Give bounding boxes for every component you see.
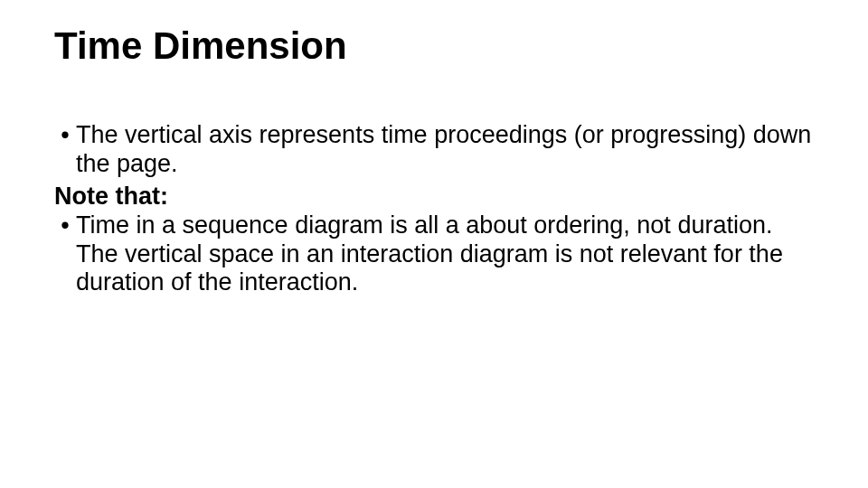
bullet-item: • The vertical axis represents time proc… <box>54 121 814 179</box>
bullet-text: Time in a sequence diagram is all a abou… <box>76 211 814 298</box>
slide-title: Time Dimension <box>54 25 814 67</box>
note-label: Note that: <box>54 183 814 211</box>
slide-body: • The vertical axis represents time proc… <box>54 121 814 297</box>
bullet-icon: • <box>54 211 76 240</box>
bullet-icon: • <box>54 121 76 150</box>
bullet-item: • Time in a sequence diagram is all a ab… <box>54 211 814 298</box>
bullet-text: The vertical axis represents time procee… <box>76 121 814 179</box>
slide: Time Dimension • The vertical axis repre… <box>0 0 868 488</box>
